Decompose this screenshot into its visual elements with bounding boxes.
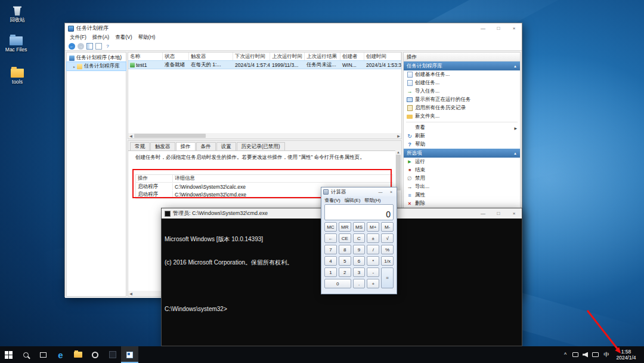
- calc-key-1[interactable]: 1: [324, 267, 337, 277]
- column-header-last-result[interactable]: 上次运行结果: [305, 53, 340, 60]
- tab-general[interactable]: 常规: [130, 142, 150, 150]
- action-new-folder[interactable]: 新文件夹...: [404, 112, 520, 121]
- menu-view[interactable]: 查看(V): [112, 34, 135, 41]
- desktop-icon-mac-files[interactable]: Mac Files: [0, 33, 32, 53]
- tab-settings[interactable]: 设置: [216, 142, 236, 150]
- action-create-basic-task[interactable]: 创建基本任务...: [404, 70, 520, 79]
- calc-key-2[interactable]: 2: [339, 267, 351, 277]
- maximize-icon[interactable]: □: [491, 23, 506, 33]
- tab-conditions[interactable]: 条件: [196, 142, 216, 150]
- scroll-right-icon[interactable]: ▶: [396, 134, 401, 138]
- tab-triggers[interactable]: 触发器: [150, 142, 175, 150]
- column-header-last-run[interactable]: 上次运行时间: [270, 53, 305, 60]
- column-header-name[interactable]: 名称: [128, 53, 163, 60]
- calc-key-5[interactable]: 5: [339, 256, 351, 266]
- menu-action[interactable]: 操作(A): [89, 34, 112, 41]
- action-view[interactable]: 查看 ▶: [404, 124, 520, 132]
- forward-icon[interactable]: →: [78, 43, 84, 50]
- column-header-created[interactable]: 创建时间: [364, 53, 401, 60]
- calc-key-9[interactable]: 9: [353, 245, 366, 254]
- action-delete[interactable]: × 删除: [404, 199, 520, 208]
- scroll-left-icon[interactable]: ◀: [128, 134, 134, 138]
- task-row[interactable]: test1 准备就绪 在每天的 1:... 2024/1/4 1:57:41 1…: [128, 61, 401, 69]
- tray-show-hidden-icons[interactable]: ^: [561, 352, 570, 358]
- minimize-icon[interactable]: —: [475, 208, 491, 219]
- tray-network-button[interactable]: [570, 352, 580, 357]
- calc-key-reciprocal[interactable]: 1/x: [381, 256, 394, 266]
- properties-icon[interactable]: [95, 43, 102, 50]
- taskbar-edge-button[interactable]: e: [52, 346, 69, 363]
- calc-key-percent[interactable]: %: [381, 245, 394, 254]
- calc-key-3[interactable]: 3: [353, 267, 366, 277]
- calc-key-subtract[interactable]: -: [367, 267, 379, 277]
- calc-key-divide[interactable]: /: [367, 245, 379, 254]
- calc-menu-help[interactable]: 帮助(H): [364, 197, 380, 204]
- menu-file[interactable]: 文件(F): [67, 34, 89, 41]
- taskbar-clock[interactable]: 1:58 2024/1/4: [612, 349, 641, 361]
- scrollbar-thumb[interactable]: [134, 134, 206, 138]
- close-icon[interactable]: ×: [506, 23, 522, 33]
- action-properties[interactable]: ≡ 属性: [404, 191, 520, 199]
- minimize-icon[interactable]: —: [475, 23, 491, 33]
- library-actions-header[interactable]: 任务计划程序库 ▲: [404, 61, 520, 70]
- calc-key-add[interactable]: +: [367, 279, 379, 288]
- calc-key-negate[interactable]: ±: [367, 233, 379, 243]
- calc-key-decimal[interactable]: .: [353, 279, 366, 288]
- tray-volume-button[interactable]: [580, 352, 590, 358]
- calc-key-6[interactable]: 6: [353, 256, 366, 266]
- taskbar-explorer-button[interactable]: [69, 346, 86, 363]
- tree-item-root[interactable]: 任务计划程序 (本地): [67, 54, 126, 62]
- taskbar-app-button-2[interactable]: [104, 346, 121, 363]
- scroll-up-icon[interactable]: ▲: [397, 150, 400, 154]
- action-help[interactable]: ? 帮助: [404, 140, 520, 149]
- action-end[interactable]: ■ 结束: [404, 166, 520, 174]
- calc-key-4[interactable]: 4: [324, 256, 337, 266]
- calc-key-mplus[interactable]: M+: [367, 222, 379, 232]
- task-view-button[interactable]: [35, 346, 52, 363]
- action-disable[interactable]: ∅ 禁用: [404, 174, 520, 183]
- language-indicator[interactable]: 中: [600, 351, 612, 359]
- tree-expand-icon[interactable]: ▸: [73, 64, 75, 69]
- help-icon[interactable]: ?: [104, 43, 111, 50]
- taskbar-task-scheduler-button[interactable]: [121, 346, 138, 363]
- action-refresh[interactable]: ↻ 刷新: [404, 132, 520, 140]
- desktop-icon-tools[interactable]: tools: [1, 66, 33, 85]
- collapse-icon[interactable]: ▲: [513, 152, 517, 155]
- tree-item-library[interactable]: ▸ 任务计划程序库: [67, 62, 126, 70]
- calc-key-c[interactable]: C: [353, 233, 366, 243]
- calc-menu-edit[interactable]: 编辑(E): [345, 197, 361, 204]
- scrollbar-thumb[interactable]: [396, 155, 401, 190]
- calculator-titlebar[interactable]: 计算器 — ×: [321, 187, 397, 196]
- task-scheduler-titlebar[interactable]: 任务计划程序 — □ ×: [65, 23, 522, 33]
- calc-key-8[interactable]: 8: [339, 245, 351, 254]
- calc-key-ce[interactable]: CE: [339, 233, 351, 243]
- scroll-left-icon[interactable]: ◀: [128, 291, 134, 296]
- tab-actions[interactable]: 操作: [176, 142, 196, 150]
- action-enable-task-history[interactable]: 启用所有任务历史记录: [404, 104, 520, 112]
- taskbar-app-button[interactable]: [86, 346, 104, 363]
- tray-keyboard-button[interactable]: [590, 352, 600, 357]
- calc-key-mminus[interactable]: M-: [381, 222, 394, 232]
- column-header-triggers[interactable]: 触发器: [189, 53, 233, 60]
- collapse-icon[interactable]: ▲: [513, 64, 517, 68]
- action-create-task[interactable]: 创建任务...: [404, 79, 520, 87]
- horizontal-scrollbar[interactable]: ◀ ▶: [128, 133, 401, 139]
- calc-key-ms[interactable]: MS: [353, 222, 366, 232]
- calc-key-backspace[interactable]: ←: [324, 233, 337, 243]
- back-icon[interactable]: ←: [69, 43, 75, 50]
- action-run[interactable]: ▶ 运行: [404, 158, 520, 166]
- console-tree-icon[interactable]: [86, 43, 93, 50]
- calc-key-multiply[interactable]: *: [367, 256, 379, 266]
- column-header-next-run[interactable]: 下次运行时间: [233, 53, 270, 60]
- calc-key-mc[interactable]: MC: [324, 222, 337, 232]
- start-button[interactable]: [0, 346, 17, 363]
- selected-item-header[interactable]: 所选项 ▲: [404, 149, 520, 158]
- action-display-running-tasks[interactable]: 显示所有正在运行的任务: [404, 96, 520, 104]
- action-export[interactable]: → 导出...: [404, 183, 520, 191]
- actions-column-header[interactable]: 操作: [136, 175, 173, 182]
- minimize-icon[interactable]: —: [375, 187, 386, 196]
- calc-key-7[interactable]: 7: [324, 245, 337, 254]
- close-icon[interactable]: ×: [506, 208, 522, 219]
- action-import-task[interactable]: → 导入任务...: [404, 87, 520, 96]
- menu-help[interactable]: 帮助(H): [135, 34, 159, 41]
